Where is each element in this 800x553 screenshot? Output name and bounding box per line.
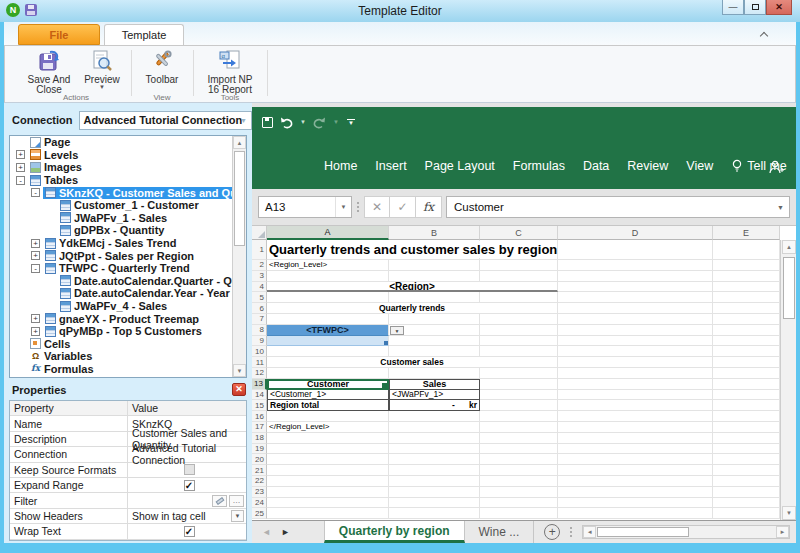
cell-C12[interactable] [480,368,558,379]
cell-A15[interactable]: Region total [267,400,389,411]
cell-E4[interactable] [713,282,780,293]
formula-cancel-button[interactable]: ✕ [364,196,390,218]
scroll-up-icon[interactable]: ▲ [782,240,796,254]
hscroll-right-icon[interactable]: ► [776,526,789,538]
property-value[interactable]: Advanced Tutorial Connection [128,447,246,461]
cell-E9[interactable] [713,336,780,347]
tree-item-sknzkq-customer-sales-and-quantity[interactable]: -SKnzKQ - Customer Sales and Quantity [10,186,246,199]
vertical-scrollbar[interactable]: ▲ ▼ [780,240,796,520]
cell-B18[interactable] [389,433,480,444]
row-header-16[interactable]: 16 [252,411,267,422]
property-value[interactable]: ✓ [128,524,246,538]
row-header-7[interactable]: 7 [252,314,267,325]
formula-expand-icon[interactable]: ▼ [777,204,784,211]
cell-B8[interactable]: ▼ [389,325,480,336]
cell-A7[interactable] [267,314,389,325]
cell-C18[interactable] [480,433,558,444]
row-header-2[interactable]: 2 [252,260,267,271]
excel-menu-data[interactable]: Data [583,159,609,173]
cell-E13[interactable] [713,379,780,390]
cell-D5[interactable] [558,292,713,303]
cell-E23[interactable] [713,487,780,498]
formula-enter-button[interactable]: ✓ [390,196,416,218]
row-header-14[interactable]: 14 [252,390,267,401]
cell-D10[interactable] [558,346,713,357]
cell-B22[interactable] [389,476,480,487]
expander-plus-icon[interactable]: + [31,251,40,260]
cell-A23[interactable] [267,487,389,498]
cell-B12[interactable] [389,368,480,379]
cell-A13[interactable]: Customer [267,379,389,390]
row-header-21[interactable]: 21 [252,465,267,476]
tree-item-gnaeyx-product-treemap[interactable]: +gnaeYX - Product Treemap [10,312,246,325]
tree-item-variables[interactable]: ΩVariables [10,350,246,363]
cell-D20[interactable] [558,454,713,465]
file-tab[interactable]: File [18,24,100,45]
row-header-20[interactable]: 20 [252,454,267,465]
tree-item-tfwpc-quarterly-trend[interactable]: -TFWPC - Quarterly Trend [10,262,246,275]
sheet-nav-next-icon[interactable]: ► [281,527,290,537]
cell-C16[interactable] [480,411,558,422]
redo-icon[interactable] [312,116,327,129]
cell-D7[interactable] [558,314,713,325]
cell-D16[interactable] [558,411,713,422]
cell-A14[interactable]: <Customer_1> [267,390,389,401]
cell-D11[interactable] [558,357,713,368]
cell-A20[interactable] [267,454,389,465]
tree-item-page[interactable]: Page [10,136,246,149]
cell-C5[interactable] [480,292,558,303]
quick-save-icon[interactable] [25,4,37,16]
undo-icon[interactable] [279,116,294,129]
property-value[interactable] [128,463,246,477]
cell-E10[interactable] [713,346,780,357]
undo-dropdown-icon[interactable]: ▼ [300,119,306,125]
cell-C7[interactable] [480,314,558,325]
cell-A1[interactable]: Quarterly trends and customer sales by r… [267,240,389,260]
sheet-nav-prev-icon[interactable]: ◄ [262,527,271,537]
tree-item-images[interactable]: +Images [10,161,246,174]
cell-D21[interactable] [558,465,713,476]
cell-C19[interactable] [480,444,558,455]
tfwpc-dropdown-icon[interactable]: ▼ [390,326,404,335]
cell-C8[interactable] [480,325,558,336]
row-header-22[interactable]: 22 [252,476,267,487]
show-headers-dropdown-icon[interactable]: ▼ [231,510,244,522]
insert-function-button[interactable]: fx [416,196,442,218]
cell-E22[interactable] [713,476,780,487]
excel-menu-formulas[interactable]: Formulas [513,159,565,173]
cell-C24[interactable] [480,498,558,509]
cell-A24[interactable] [267,498,389,509]
vertical-scroll-thumb[interactable] [783,257,795,319]
cell-B7[interactable] [389,314,480,325]
cell-B19[interactable] [389,444,480,455]
hscroll-left-icon[interactable]: ◄ [583,526,596,538]
tree-scroll-up-icon[interactable]: ▲ [233,136,246,149]
row-header-24[interactable]: 24 [252,498,267,509]
name-box-caret-icon[interactable]: ▼ [335,197,351,217]
tree-scroll-down-icon[interactable]: ▼ [233,364,246,377]
cell-B24[interactable] [389,498,480,509]
cell-D12[interactable] [558,368,713,379]
cell-E15[interactable] [713,400,780,411]
cell-E24[interactable] [713,498,780,509]
cell-D25[interactable] [558,508,713,519]
cell-D23[interactable] [558,487,713,498]
cell-A17[interactable]: </Region_Level> [267,422,389,433]
row-header-19[interactable]: 19 [252,444,267,455]
cell-E14[interactable] [713,390,780,401]
horizontal-scrollbar[interactable]: ◄ ► [582,525,790,539]
tree-item-date-autocalendar-year-year[interactable]: Date.autoCalendar.Year - Year [10,287,246,300]
row-header-1[interactable]: 1 [252,240,267,260]
cell-A21[interactable] [267,465,389,476]
cell-D1[interactable] [558,240,713,260]
row-header-25[interactable]: 25 [252,508,267,519]
cell-B16[interactable] [389,411,480,422]
formula-input[interactable]: Customer ▼ [446,196,790,218]
property-value[interactable]: ✓ [128,478,246,492]
cell-C2[interactable] [480,260,558,271]
close-button[interactable]: ✕ [766,0,792,15]
cell-A6[interactable]: Quarterly trends [267,303,558,314]
excel-menu-insert[interactable]: Insert [375,159,406,173]
row-header-18[interactable]: 18 [252,433,267,444]
cell-B13[interactable]: Sales [389,379,480,390]
